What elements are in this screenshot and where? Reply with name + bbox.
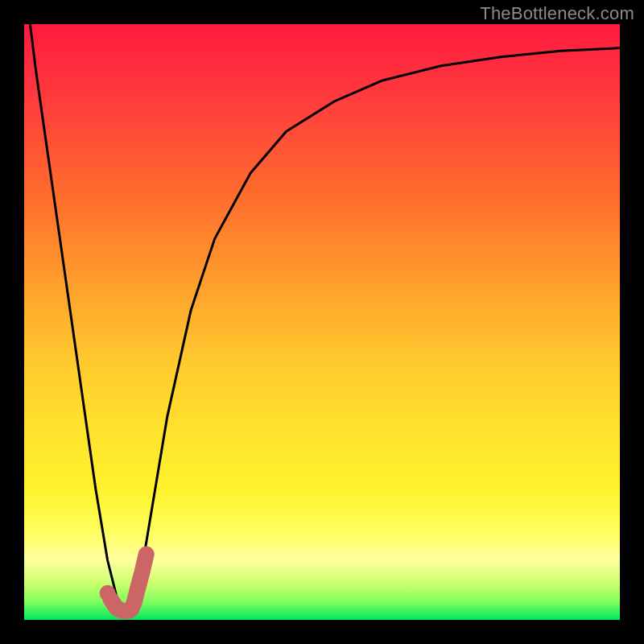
highlight-dot xyxy=(100,585,116,601)
bottleneck-curve xyxy=(30,24,620,611)
chart-svg xyxy=(24,24,620,620)
plot-area xyxy=(24,24,620,620)
highlight-segment xyxy=(110,555,146,611)
watermark-text: TheBottleneck.com xyxy=(480,3,634,24)
chart-frame: TheBottleneck.com xyxy=(0,0,644,644)
